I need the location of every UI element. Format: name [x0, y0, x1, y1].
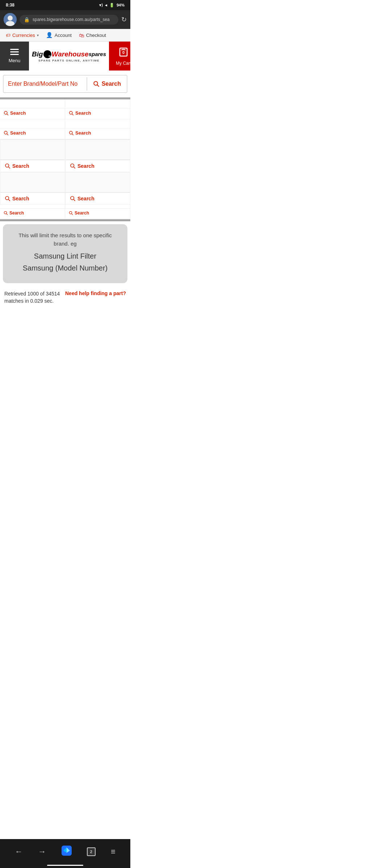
results-line-1: Retrieved 1000 of 34514: [4, 290, 60, 298]
svg-line-12: [7, 133, 8, 135]
currencies-nav[interactable]: 🏷 Currencies ▾: [6, 33, 39, 38]
search-icon: [4, 131, 9, 136]
results-line-2: matches in 0.029 sec.: [4, 298, 60, 305]
lock-icon: 🔒: [24, 17, 30, 22]
product-image-area-3: [0, 173, 65, 192]
search-button-grid[interactable]: Search: [66, 159, 130, 172]
search-input[interactable]: [4, 76, 87, 92]
product-image-area-1: [0, 140, 65, 159]
logo-ball: [43, 50, 51, 58]
svg-line-24: [7, 214, 8, 215]
svg-point-23: [4, 212, 7, 214]
grid-search-label: Search: [77, 196, 94, 201]
checkout-nav[interactable]: 🛍 Checkout: [79, 32, 106, 38]
browser-avatar: [4, 13, 17, 26]
hamburger-icon: [10, 54, 19, 55]
cart-icon: 0: [118, 47, 129, 60]
logo-big-text: Big: [32, 50, 43, 58]
main-search-bar: Search: [3, 75, 127, 93]
search-button-grid[interactable]: Search: [65, 208, 130, 217]
search-button-grid[interactable]: Search: [0, 192, 65, 204]
grid-search-label: Search: [10, 130, 26, 136]
search-button-grid[interactable]: Search: [0, 159, 65, 172]
product-cell-partial-2: Search: [65, 99, 130, 119]
info-example-1: Samsung Lint Filter: [10, 252, 120, 260]
logo-spares-text: spares: [89, 51, 106, 57]
product-cell-3: Search: [0, 172, 65, 205]
grid-search-label: Search: [12, 163, 29, 169]
info-example-2: Samsung (Model Number): [10, 264, 120, 272]
svg-text:0: 0: [122, 50, 125, 55]
grid-search-label: Search: [75, 130, 91, 136]
battery-percent: 94%: [117, 3, 125, 7]
search-icon: [69, 111, 74, 116]
svg-point-19: [5, 196, 9, 200]
logo-area: Big Warehouse spares SPARE PARTS ONLINE,…: [29, 42, 109, 71]
svg-line-22: [73, 199, 75, 201]
product-grid: Search Search Search: [0, 139, 130, 205]
product-cell-partial-4: Search: [65, 119, 130, 139]
search-button-grid[interactable]: Search: [0, 208, 65, 217]
status-bar: 8:38 ▾⟩ ◂ 🔋 94%: [0, 0, 130, 10]
svg-line-26: [72, 214, 73, 215]
grid-partial-row-2: Search Search: [0, 119, 130, 139]
search-button-label: Search: [102, 81, 121, 87]
product-cell-4: Search: [65, 172, 130, 205]
search-button-main[interactable]: Search: [87, 77, 127, 91]
search-button-grid[interactable]: Search: [65, 108, 130, 118]
svg-line-18: [73, 167, 75, 169]
svg-point-15: [5, 164, 9, 167]
svg-point-7: [4, 111, 7, 114]
search-icon: [70, 163, 76, 169]
url-bar[interactable]: 🔒 spares.bigwarehouse.com.au/parts_sea: [20, 15, 118, 25]
logo: Big Warehouse spares SPARE PARTS ONLINE,…: [32, 50, 106, 62]
menu-button[interactable]: Menu: [0, 42, 29, 71]
search-button-grid[interactable]: Search: [65, 128, 130, 137]
currencies-label: Currencies: [12, 33, 35, 38]
search-button-grid[interactable]: Search: [0, 128, 65, 137]
logo-warehouse-text: Warehouse: [52, 50, 89, 58]
search-icon-main: [93, 81, 100, 87]
section-divider-2: [0, 219, 130, 221]
svg-line-14: [72, 133, 73, 135]
help-link[interactable]: Need help finding a part?: [65, 290, 126, 296]
hamburger-icon: [10, 51, 19, 52]
product-grid-container: Search Search Search: [0, 99, 130, 219]
search-button-grid[interactable]: Search: [0, 108, 65, 118]
product-image-area-4: [66, 173, 130, 192]
hamburger-icon: [10, 49, 19, 50]
browser-bar: 🔒 spares.bigwarehouse.com.au/parts_sea ↻: [0, 10, 130, 29]
currency-icon: 🏷: [6, 33, 10, 38]
search-button-grid[interactable]: Search: [66, 192, 130, 204]
info-box: This will limit the results to one speci…: [3, 224, 127, 283]
checkout-label: Checkout: [86, 33, 106, 38]
battery-icon: 🔋: [109, 3, 114, 8]
status-time: 8:38: [6, 3, 14, 8]
search-icon: [69, 211, 73, 215]
grid-search-label: Search: [75, 110, 91, 116]
refresh-button[interactable]: ↻: [121, 16, 127, 24]
svg-point-13: [70, 131, 72, 134]
svg-line-16: [8, 167, 10, 169]
cart-label: My Cart: [116, 61, 130, 66]
grid-search-label: Search: [77, 163, 94, 169]
svg-point-5: [94, 81, 98, 85]
dropdown-arrow: ▾: [37, 33, 39, 37]
account-icon: 👤: [46, 32, 53, 38]
wifi-icon: ▾⟩: [99, 3, 103, 8]
signal-icon: ◂: [105, 3, 107, 8]
results-bar: Retrieved 1000 of 34514 matches in 0.029…: [0, 286, 130, 309]
search-icon: [69, 131, 74, 136]
cart-button[interactable]: 0 My Cart: [109, 42, 130, 71]
svg-line-10: [72, 114, 73, 115]
account-nav[interactable]: 👤 Account: [46, 32, 72, 38]
grid-search-label: Search: [12, 196, 29, 201]
info-description: This will limit the results to one speci…: [10, 231, 120, 248]
search-icon: [4, 111, 9, 116]
grid-partial-row-top: Search Search: [0, 99, 130, 119]
top-nav: 🏷 Currencies ▾ 👤 Account 🛍 Checkout: [0, 29, 130, 42]
account-label: Account: [55, 33, 72, 38]
logo-tagline: SPARE PARTS ONLINE, ANYTIME: [38, 59, 100, 62]
menu-label: Menu: [9, 58, 21, 63]
search-icon: [5, 163, 10, 169]
